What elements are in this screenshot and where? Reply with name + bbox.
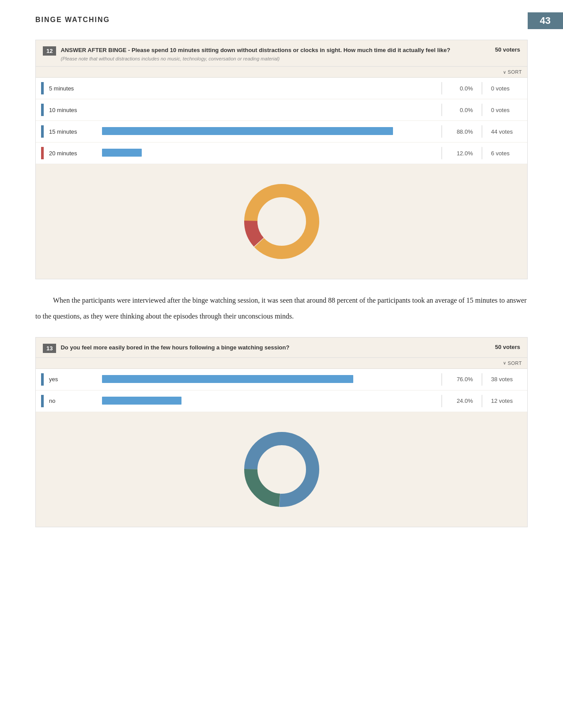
answer-row-10min: 10 minutes 0.0% 0 votes: [36, 99, 527, 121]
votes-5min: 0 votes: [491, 85, 522, 92]
survey-card-12: 12 ANSWER AFTER BINGE - Please spend 10 …: [35, 40, 528, 279]
bar-container-5min: [102, 84, 433, 93]
answer-label-10min: 10 minutes: [49, 107, 102, 113]
chart-container-12: [36, 164, 527, 279]
separator-yes-1: [442, 373, 442, 386]
answer-label-20min: 20 minutes: [49, 150, 102, 157]
question-text-13: Do you feel more easily bored in the few…: [60, 344, 481, 352]
separator-15min-2: [482, 125, 482, 138]
answer-color-5min: [41, 82, 44, 94]
pct-15min: 88.0%: [451, 128, 473, 135]
separator-no-2: [482, 395, 482, 407]
answer-rows-13: yes 76.0% 38 votes no 24.0% 12 votes: [36, 369, 527, 412]
question-number-12: 12: [43, 46, 56, 56]
separator-10min-2: [482, 104, 482, 116]
answer-row-5min: 5 minutes 0.0% 0 votes: [36, 78, 527, 99]
svg-point-5: [260, 447, 304, 492]
question-text-12: ANSWER AFTER BINGE - Please spend 10 min…: [60, 46, 481, 62]
answer-color-no: [41, 395, 44, 407]
survey-card-13: 13 Do you feel more easily bored in the …: [35, 337, 528, 527]
votes-10min: 0 votes: [491, 107, 522, 113]
bar-fill-no: [102, 397, 181, 405]
answer-row-15min: 15 minutes 88.0% 44 votes: [36, 121, 527, 143]
answer-row-yes: yes 76.0% 38 votes: [36, 369, 527, 390]
sort-row-12: ∨ SorT: [36, 67, 527, 78]
sort-button-13[interactable]: ∨ SorT: [503, 360, 522, 366]
pct-no: 24.0%: [451, 398, 473, 404]
sort-button-12[interactable]: ∨ SorT: [503, 69, 522, 75]
separator-5min-2: [482, 82, 482, 94]
page-number-badge: 43: [528, 12, 563, 29]
paragraph-text: When the participants were interviewed a…: [35, 293, 528, 323]
question-main-12: ANSWER AFTER BINGE - Please spend 10 min…: [60, 46, 481, 54]
answer-row-no: no 24.0% 12 votes: [36, 390, 527, 412]
answer-label-yes: yes: [49, 376, 102, 383]
votes-no: 12 votes: [491, 398, 522, 404]
answer-color-15min: [41, 125, 44, 138]
separator-20min-2: [482, 147, 482, 159]
separator-no-1: [442, 395, 442, 407]
votes-20min: 6 votes: [491, 150, 522, 157]
votes-15min: 44 votes: [491, 128, 522, 135]
voters-label-12: 50 voters: [486, 46, 520, 53]
bar-container-10min: [102, 105, 433, 114]
page-title: BINGE WATCHING: [35, 16, 110, 24]
votes-yes: 38 votes: [491, 376, 522, 383]
answer-color-10min: [41, 104, 44, 116]
card-header-13: 13 Do you feel more easily bored in the …: [36, 338, 527, 358]
bar-fill-20min: [102, 149, 142, 157]
separator-15min-1: [442, 125, 442, 138]
answer-label-no: no: [49, 398, 102, 404]
bar-container-yes: [102, 375, 433, 384]
svg-point-2: [260, 199, 304, 244]
answer-label-5min: 5 minutes: [49, 85, 102, 92]
donut-chart-12: [238, 177, 326, 266]
sort-row-13: ∨ SorT: [36, 358, 527, 369]
chart-container-13: [36, 412, 527, 527]
answer-rows-12: 5 minutes 0.0% 0 votes 10 minutes 0.0%: [36, 78, 527, 164]
pct-10min: 0.0%: [451, 107, 473, 113]
question-sub-12: (Please note that without distractions i…: [60, 56, 481, 62]
separator-yes-2: [482, 373, 482, 386]
answer-row-20min: 20 minutes 12.0% 6 votes: [36, 143, 527, 164]
answer-label-15min: 15 minutes: [49, 128, 102, 135]
bar-container-15min: [102, 127, 433, 136]
voters-label-13: 50 voters: [486, 344, 520, 350]
bar-fill-yes: [102, 375, 353, 383]
pct-20min: 12.0%: [451, 150, 473, 157]
bar-fill-15min: [102, 127, 393, 135]
donut-chart-13: [238, 425, 326, 514]
card-header-12: 12 ANSWER AFTER BINGE - Please spend 10 …: [36, 40, 527, 67]
pct-yes: 76.0%: [451, 376, 473, 383]
bar-container-no: [102, 397, 433, 405]
separator-10min-1: [442, 104, 442, 116]
question-number-13: 13: [43, 344, 56, 353]
question-main-13: Do you feel more easily bored in the few…: [60, 344, 481, 352]
answer-color-yes: [41, 373, 44, 386]
pct-5min: 0.0%: [451, 85, 473, 92]
answer-color-20min: [41, 147, 44, 159]
separator-5min-1: [442, 82, 442, 94]
separator-20min-1: [442, 147, 442, 159]
bar-container-20min: [102, 149, 433, 158]
